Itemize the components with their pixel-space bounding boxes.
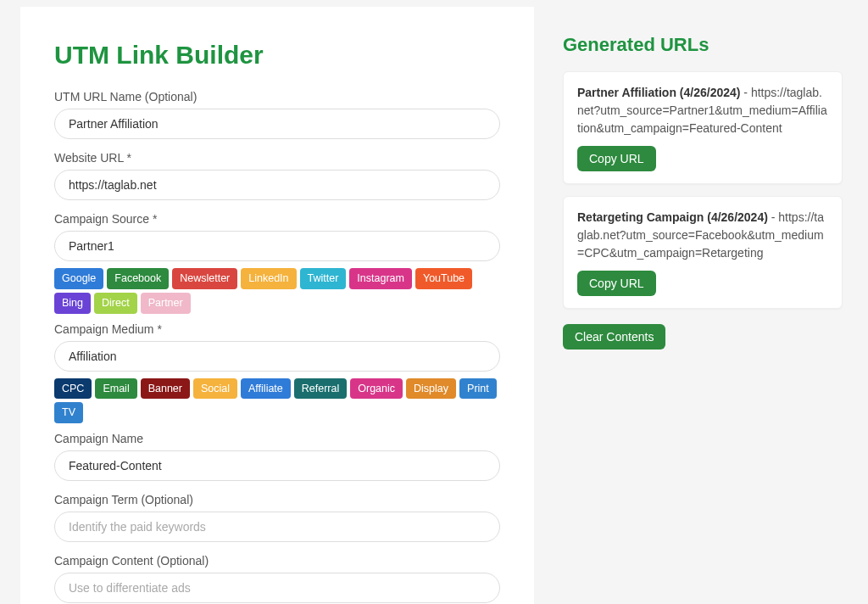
campaign-medium-input[interactable] [54, 341, 500, 372]
source-pill-facebook[interactable]: Facebook [107, 268, 169, 289]
website-url-input[interactable] [54, 170, 500, 200]
source-pill-youtube[interactable]: YouTube [415, 268, 472, 289]
url-name-label: UTM URL Name (Optional) [54, 90, 500, 103]
generated-urls-title: Generated URLs [563, 34, 843, 56]
medium-pill-display[interactable]: Display [406, 378, 456, 400]
medium-pill-referral[interactable]: Referral [294, 378, 347, 400]
medium-pill-cpc[interactable]: CPC [54, 378, 92, 400]
page-title: UTM Link Builder [54, 41, 500, 70]
source-pill-twitter[interactable]: Twitter [300, 268, 347, 289]
source-pill-partner[interactable]: Partner [141, 293, 191, 314]
medium-pill-print[interactable]: Print [459, 378, 497, 400]
url-name-input[interactable] [54, 109, 500, 139]
medium-pill-social[interactable]: Social [193, 378, 237, 400]
utm-builder-panel: UTM Link Builder UTM URL Name (Optional)… [20, 7, 534, 604]
campaign-term-label: Campaign Term (Optional) [54, 493, 500, 506]
medium-pill-email[interactable]: Email [95, 378, 136, 400]
source-pill-bing[interactable]: Bing [54, 293, 91, 314]
campaign-content-label: Campaign Content (Optional) [54, 554, 500, 568]
medium-pill-organic[interactable]: Organic [350, 378, 403, 400]
source-pill-row: GoogleFacebookNewsletterLinkedInTwitterI… [54, 268, 500, 314]
copy-url-button[interactable]: Copy URL [577, 146, 656, 171]
website-url-label: Website URL * [54, 151, 500, 165]
medium-pill-tv[interactable]: TV [54, 402, 83, 423]
clear-contents-button[interactable]: Clear Contents [563, 324, 665, 350]
campaign-source-label: Campaign Source * [54, 212, 500, 226]
generated-url-card: Retargeting Campaign (4/26/2024) - https… [563, 196, 843, 309]
medium-pill-banner[interactable]: Banner [141, 378, 190, 400]
source-pill-instagram[interactable]: Instagram [349, 268, 412, 289]
generated-url-text: Retargeting Campaign (4/26/2024) - https… [577, 209, 828, 262]
generated-url-card: Partner Affiliation (4/26/2024) - https:… [563, 71, 843, 184]
source-pill-direct[interactable]: Direct [94, 293, 137, 314]
generated-urls-panel: Generated URLs Partner Affiliation (4/26… [554, 0, 868, 604]
medium-pill-row: CPCEmailBannerSocialAffiliateReferralOrg… [54, 378, 500, 424]
campaign-name-label: Campaign Name [54, 432, 500, 445]
source-pill-linkedin[interactable]: LinkedIn [241, 268, 296, 289]
generated-url-text: Partner Affiliation (4/26/2024) - https:… [577, 84, 828, 137]
campaign-medium-label: Campaign Medium * [54, 322, 500, 336]
copy-url-button[interactable]: Copy URL [577, 271, 656, 296]
source-pill-google[interactable]: Google [54, 268, 103, 289]
medium-pill-affiliate[interactable]: Affiliate [241, 378, 291, 400]
source-pill-newsletter[interactable]: Newsletter [172, 268, 237, 289]
campaign-content-input[interactable] [54, 573, 500, 603]
campaign-name-input[interactable] [54, 450, 500, 481]
campaign-term-input[interactable] [54, 512, 500, 542]
campaign-source-input[interactable] [54, 231, 500, 261]
